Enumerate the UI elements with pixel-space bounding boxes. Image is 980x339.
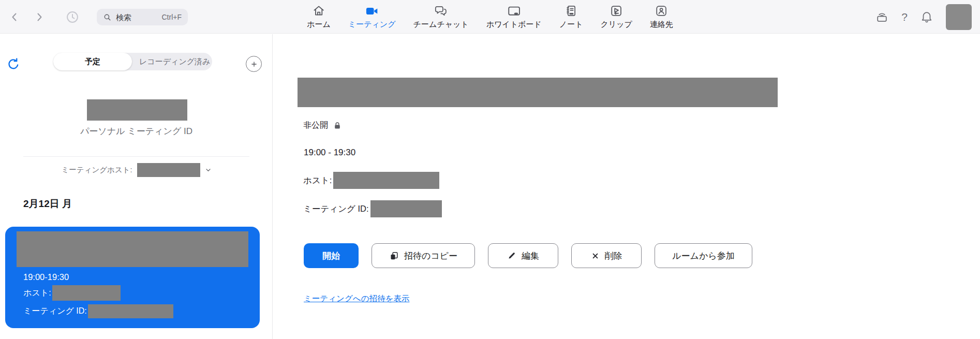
meeting-card-host-row: ホスト:	[23, 285, 121, 301]
nav-forward-button[interactable]	[33, 11, 46, 23]
chat-icon	[434, 4, 448, 18]
meeting-detail-panel: 非公開 19:00 - 19:30 ホスト: ミーティング ID: 開始 招待の…	[273, 34, 980, 339]
meeting-id-redacted	[370, 200, 442, 217]
tab-meetings[interactable]: ミーティング	[348, 4, 396, 30]
search-input[interactable]	[116, 13, 159, 22]
tab-clips[interactable]: クリップ	[600, 4, 632, 30]
top-bar: Ctrl+F ホーム ミーティング チームチャット ホワイトボード	[0, 0, 980, 34]
start-button[interactable]: 開始	[304, 243, 359, 268]
meeting-card-host-label: ホスト:	[23, 288, 51, 299]
nav-back-button[interactable]	[8, 11, 21, 23]
pencil-icon	[507, 251, 516, 260]
meeting-id-label: ミーティング ID:	[303, 203, 369, 215]
meeting-card-selected[interactable]: 19:00-19:30 ホスト: ミーティング ID:	[5, 227, 260, 328]
tab-team-chat[interactable]: チームチャット	[413, 4, 469, 30]
whiteboard-icon	[507, 4, 521, 18]
history-button[interactable]	[65, 10, 80, 24]
video-icon	[365, 4, 379, 18]
refresh-icon	[6, 57, 21, 71]
tab-label: クリップ	[600, 20, 632, 30]
privacy-row: 非公開	[303, 120, 342, 131]
host-redacted	[333, 172, 439, 189]
tab-recorded[interactable]: レコーディング済み	[132, 53, 217, 70]
search-box[interactable]: Ctrl+F	[97, 9, 188, 25]
delete-label: 削除	[605, 250, 622, 262]
cast-icon	[875, 10, 889, 24]
topbar-right-controls: ?	[875, 0, 972, 34]
clips-icon	[610, 4, 623, 18]
sidebar-segmented-control: 予定 レコーディング済み	[53, 53, 212, 70]
join-from-room-button[interactable]: ルームから参加	[655, 243, 752, 268]
tab-label: チームチャット	[413, 20, 469, 30]
notifications-button[interactable]	[920, 10, 933, 24]
avatar[interactable]	[946, 4, 972, 30]
copy-invitation-label: 招待のコピー	[404, 250, 457, 262]
search-icon	[103, 13, 112, 22]
meeting-host-filter[interactable]: ミーティングホスト:	[0, 163, 273, 177]
meeting-card-id-label: ミーティング ID:	[23, 306, 87, 317]
personal-meeting-id-redacted	[87, 99, 187, 121]
tab-upcoming[interactable]: 予定	[53, 53, 132, 70]
meeting-host-redacted	[137, 163, 200, 177]
meeting-title-redacted	[17, 231, 248, 267]
refresh-button[interactable]	[6, 57, 21, 71]
copy-icon	[389, 251, 399, 261]
chevron-down-icon	[205, 167, 212, 173]
notes-icon	[565, 4, 578, 18]
show-meeting-invitation-link[interactable]: ミーティングへの招待を表示	[304, 293, 409, 304]
tab-notes[interactable]: ノート	[559, 4, 583, 30]
tab-label: 連絡先	[650, 20, 673, 30]
meeting-host-filter-label: ミーティングホスト:	[61, 165, 132, 175]
meeting-id-row: ミーティング ID:	[303, 200, 442, 217]
tab-label: ミーティング	[348, 20, 396, 30]
meeting-card-id-redacted	[88, 304, 173, 318]
meeting-time: 19:00 - 19:30	[304, 148, 355, 158]
edit-label: 編集	[522, 250, 539, 262]
add-meeting-button[interactable]	[246, 56, 262, 72]
tab-label: ホーム	[307, 20, 331, 30]
search-shortcut-hint: Ctrl+F	[162, 13, 182, 21]
contacts-icon	[655, 4, 668, 18]
privacy-label: 非公開	[303, 120, 328, 131]
tab-contacts[interactable]: 連絡先	[650, 4, 673, 30]
host-row: ホスト:	[303, 172, 439, 189]
tab-home[interactable]: ホーム	[307, 4, 331, 30]
chevron-right-icon	[33, 11, 46, 23]
plus-icon	[249, 60, 259, 69]
copy-invitation-button[interactable]: 招待のコピー	[372, 243, 475, 268]
date-header: 2月12日 月	[23, 197, 72, 211]
edit-button[interactable]: 編集	[488, 243, 558, 268]
meetings-sidebar: 予定 レコーディング済み パーソナル ミーティング ID ミーティングホスト: …	[0, 34, 273, 339]
tab-whiteboard[interactable]: ホワイトボード	[486, 4, 542, 30]
tab-label: ノート	[559, 20, 583, 30]
meeting-card-id-row: ミーティング ID:	[23, 304, 173, 318]
help-button[interactable]: ?	[901, 11, 908, 23]
home-icon	[312, 4, 325, 18]
history-clock-icon	[65, 10, 80, 24]
meeting-title-redacted	[298, 78, 778, 107]
meeting-card-time: 19:00-19:30	[23, 272, 69, 282]
join-from-room-label: ルームから参加	[672, 250, 735, 262]
main-tab-strip: ホーム ミーティング チームチャット ホワイトボード ノート	[307, 4, 673, 30]
chevron-left-icon	[8, 11, 21, 23]
x-icon	[591, 252, 600, 260]
personal-meeting-id-label: パーソナル ミーティング ID	[0, 125, 273, 137]
delete-button[interactable]: 削除	[571, 243, 642, 268]
tab-label: ホワイトボード	[486, 20, 542, 30]
help-icon: ?	[901, 11, 908, 23]
sidebar-divider	[23, 156, 249, 157]
host-label: ホスト:	[303, 175, 332, 186]
action-button-row: 開始 招待のコピー 編集 削除 ルームから参加	[304, 243, 752, 268]
bell-icon	[920, 10, 933, 24]
meeting-card-host-redacted	[52, 285, 121, 301]
cast-to-device-button[interactable]	[875, 10, 889, 24]
lock-icon	[333, 121, 342, 130]
